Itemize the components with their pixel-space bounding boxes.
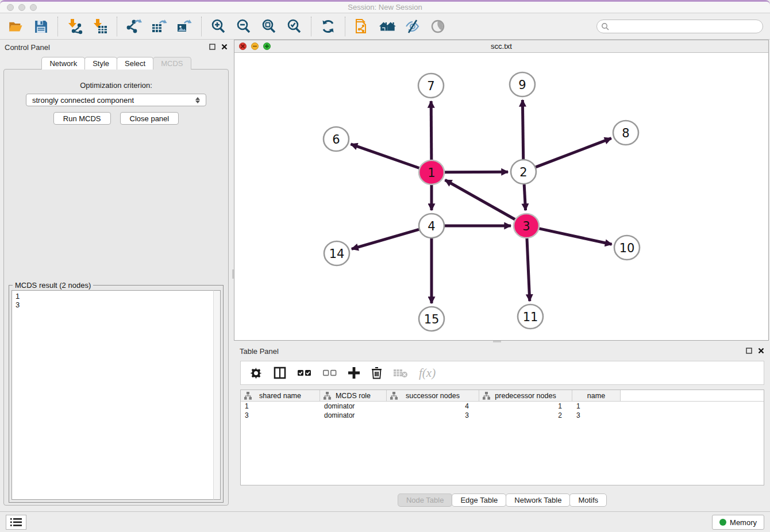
- graph-node-2[interactable]: 2: [511, 160, 536, 184]
- table-settings-gear-icon[interactable]: [250, 367, 262, 379]
- float-panel-icon[interactable]: [209, 42, 215, 52]
- table-cell[interactable]: 3: [241, 411, 320, 420]
- column-header-predecessor-nodes[interactable]: predecessor nodes: [479, 390, 572, 401]
- mcds-result-text[interactable]: 1 3: [11, 290, 221, 500]
- import-network-icon[interactable]: [66, 18, 83, 35]
- horizontal-splitter-handle[interactable]: [493, 341, 501, 342]
- tab-edge-table[interactable]: Edge Table: [452, 494, 506, 507]
- table-cell[interactable]: 3: [387, 411, 479, 420]
- column-header-mcds-role[interactable]: MCDS role: [320, 390, 387, 401]
- graph-edge-2-9[interactable]: [522, 100, 523, 159]
- tab-network-table[interactable]: Network Table: [506, 494, 570, 507]
- export-image-icon[interactable]: [176, 18, 193, 35]
- memory-button[interactable]: Memory: [712, 515, 764, 530]
- network-graph[interactable]: 7968124314101511: [234, 53, 768, 340]
- table-row[interactable]: 3dominator323: [241, 411, 764, 420]
- graph-node-6[interactable]: 6: [324, 127, 349, 151]
- graph-edge-2-8[interactable]: [536, 138, 611, 168]
- hierarchy-icon: [390, 392, 398, 402]
- network-frame-titlebar[interactable]: scc.txt: [234, 40, 768, 53]
- zoom-fit-icon[interactable]: [260, 18, 278, 35]
- mcds-panel: Optimization criterion: strongly connect…: [3, 69, 229, 506]
- tab-network[interactable]: Network: [41, 57, 85, 70]
- delete-table-icon[interactable]: [394, 368, 407, 378]
- hide-graphics-icon[interactable]: [404, 18, 421, 35]
- home-networks-icon[interactable]: [379, 18, 396, 35]
- apply-layout-icon[interactable]: [319, 18, 337, 35]
- save-session-icon[interactable]: [32, 18, 49, 35]
- column-header-name[interactable]: name: [572, 390, 621, 401]
- graph-node-7[interactable]: 7: [418, 74, 444, 98]
- tab-node-table[interactable]: Node Table: [398, 494, 453, 507]
- run-mcds-button[interactable]: Run MCDS: [53, 112, 111, 125]
- graph-edge-3-10[interactable]: [538, 229, 611, 245]
- table-cell[interactable]: 1: [241, 402, 320, 411]
- graph-edge-3-11[interactable]: [527, 238, 530, 301]
- add-column-icon[interactable]: [348, 367, 360, 379]
- table-cell[interactable]: 1: [479, 402, 572, 411]
- svg-text:14: 14: [329, 247, 345, 261]
- close-panel-button[interactable]: Close panel: [120, 112, 179, 125]
- table-cell[interactable]: 1: [572, 402, 621, 411]
- mcds-result-scrollbar[interactable]: [213, 290, 221, 500]
- zoom-in-icon[interactable]: [210, 18, 227, 35]
- memory-label: Memory: [730, 518, 757, 527]
- select-all-icon[interactable]: [298, 369, 311, 376]
- graph-node-11[interactable]: 11: [518, 304, 543, 329]
- tab-mcds[interactable]: MCDS: [153, 57, 191, 70]
- show-columns-icon[interactable]: [274, 367, 286, 379]
- export-network-icon[interactable]: [125, 18, 143, 35]
- graph-node-1[interactable]: 1: [419, 160, 444, 184]
- function-builder-button[interactable]: f(x): [419, 366, 436, 380]
- vertical-splitter-handle[interactable]: [232, 269, 234, 279]
- window-title: Session: New Session: [0, 3, 770, 11]
- window-titlebar: Session: New Session: [0, 2, 770, 13]
- hierarchy-icon: [483, 392, 490, 402]
- graph-edge-1-6[interactable]: [351, 144, 419, 168]
- graph-edge-2-3[interactable]: [524, 184, 525, 210]
- zoom-out-icon[interactable]: [235, 18, 252, 35]
- table-cell[interactable]: dominator: [320, 411, 387, 420]
- optimization-criterion-select[interactable]: strongly connected component: [26, 94, 206, 106]
- export-table-icon[interactable]: [151, 18, 168, 35]
- zoom-selected-icon[interactable]: [286, 18, 303, 35]
- float-panel-icon[interactable]: [746, 346, 752, 356]
- table-cell[interactable]: 4: [387, 402, 479, 411]
- graph-edge-4-14[interactable]: [352, 229, 419, 249]
- table-cell[interactable]: 2: [479, 411, 572, 420]
- show-graphics-icon[interactable]: [429, 18, 446, 35]
- import-table-icon[interactable]: [91, 18, 109, 35]
- close-panel-icon[interactable]: [221, 42, 228, 52]
- table-row[interactable]: 1dominator411: [241, 402, 764, 411]
- graph-edge-1-2[interactable]: [444, 172, 508, 172]
- graph-node-8[interactable]: 8: [613, 121, 638, 145]
- open-session-icon[interactable]: [7, 18, 24, 35]
- tab-motifs[interactable]: Motifs: [569, 494, 607, 507]
- graph-node-10[interactable]: 10: [614, 236, 640, 260]
- graph-node-4[interactable]: 4: [419, 214, 444, 238]
- delete-column-icon[interactable]: [371, 367, 382, 379]
- graph-node-15[interactable]: 15: [419, 307, 444, 331]
- select-chevrons-icon: [195, 97, 200, 103]
- app-window: Session: New Session: [0, 0, 770, 532]
- deselect-all-icon[interactable]: [323, 369, 337, 376]
- search-input[interactable]: [596, 20, 763, 33]
- close-panel-icon[interactable]: [758, 346, 764, 356]
- table-toolbar: f(x): [240, 361, 764, 385]
- column-header-successor-nodes[interactable]: successor nodes: [387, 390, 479, 401]
- column-header-shared-name[interactable]: shared name: [241, 390, 320, 401]
- graph-edge-3-1[interactable]: [445, 180, 515, 219]
- graph-node-3[interactable]: 3: [514, 214, 539, 238]
- table-cell[interactable]: 3: [572, 411, 621, 420]
- network-canvas[interactable]: 7968124314101511: [234, 53, 768, 340]
- tab-select[interactable]: Select: [117, 57, 153, 70]
- copy-network-icon[interactable]: [353, 18, 371, 35]
- graph-node-9[interactable]: 9: [510, 72, 535, 97]
- svg-text:11: 11: [523, 310, 538, 324]
- table-cell[interactable]: dominator: [320, 402, 387, 411]
- graph-edge-1-7[interactable]: [431, 101, 432, 160]
- graph-node-14[interactable]: 14: [324, 241, 349, 265]
- table-panel-header: Table Panel: [234, 344, 770, 358]
- tab-style[interactable]: Style: [84, 57, 117, 70]
- task-history-button[interactable]: [6, 515, 26, 530]
